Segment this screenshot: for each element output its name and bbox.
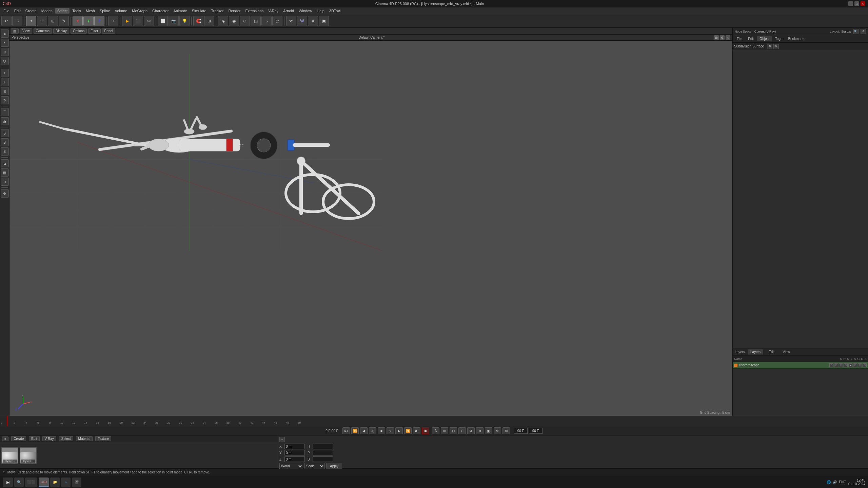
viewport-display-button[interactable]: Display <box>53 28 69 34</box>
sidebar-polygon-mode[interactable]: ⬡ <box>1 57 9 65</box>
material-swatch-1[interactable]: Hyster... <box>20 447 37 464</box>
layers-edit-tab[interactable]: Edit <box>766 349 777 354</box>
sidebar-rotate[interactable]: ↻ <box>1 96 9 104</box>
view-menu-button[interactable]: ▤ <box>11 28 19 34</box>
render-button[interactable]: ▶ <box>122 16 132 26</box>
add-object-button[interactable]: + <box>108 16 118 26</box>
material-swatch-0[interactable]: Hyster... <box>1 447 18 464</box>
move-button[interactable]: ✛ <box>37 16 47 26</box>
search-icon-btn[interactable]: 🔍 <box>853 29 859 34</box>
maximize-button[interactable]: □ <box>854 1 859 6</box>
sidebar-point-mode[interactable]: • <box>1 39 9 47</box>
y-pos-input[interactable] <box>284 450 305 455</box>
viewport-options-button[interactable]: Options <box>71 28 87 34</box>
pb-extra-3[interactable]: ⊙ <box>458 427 466 434</box>
layer-icon-1[interactable]: □ <box>829 363 833 367</box>
menu-item-spline[interactable]: Spline <box>98 8 112 14</box>
y-axis-button[interactable]: Y <box>83 16 94 26</box>
menu-item-3dtoai[interactable]: 3DToAI <box>327 8 343 14</box>
taskbar-taskview[interactable]: ⬛⬛ <box>25 477 37 487</box>
redo-button[interactable]: ↪ <box>12 16 22 26</box>
layer-icon-7[interactable]: □ <box>858 363 862 367</box>
tool-b[interactable]: ◉ <box>229 16 239 26</box>
viewport[interactable]: ▤ View Cameras Display Options Filter Pa… <box>9 28 732 416</box>
layers-view-tab[interactable]: View <box>780 349 793 354</box>
pb-extra-4[interactable]: ⚙ <box>467 427 475 434</box>
sidebar-tool1[interactable]: ⊿ <box>1 159 9 167</box>
mat-select-btn[interactable]: Select <box>59 436 73 441</box>
viewport-maximize-button[interactable]: ⊞ <box>714 35 719 40</box>
p-input[interactable] <box>313 450 333 455</box>
menu-item-edit[interactable]: Edit <box>12 8 23 14</box>
rotate-button[interactable]: ↻ <box>59 16 69 26</box>
layers-tab[interactable]: Layers <box>748 349 763 354</box>
sidebar-sculpt[interactable]: ◑ <box>1 117 9 125</box>
pb-extra-2[interactable]: ⊟ <box>450 427 457 434</box>
render-settings-button[interactable]: ⚙ <box>144 16 154 26</box>
render-region-button[interactable]: ⬛ <box>133 16 143 26</box>
settings-icon-btn[interactable]: ⚙ <box>861 29 866 34</box>
auto-key-button[interactable]: A <box>432 427 439 434</box>
tool-c[interactable]: ⊙ <box>240 16 250 26</box>
end-frame-input[interactable] <box>529 428 542 434</box>
menu-item-extensions[interactable]: Extensions <box>243 8 265 14</box>
subdiv-button[interactable]: ▣ <box>319 16 329 26</box>
sidebar-edge-mode[interactable]: ⊟ <box>1 48 9 56</box>
pb-extra-6[interactable]: ▣ <box>485 427 492 434</box>
menu-item-select[interactable]: Select <box>55 8 70 14</box>
prev-key-button[interactable]: ⏪ <box>351 427 359 434</box>
sidebar-tool4[interactable]: ⚙ <box>1 189 9 198</box>
b-input[interactable] <box>313 456 333 462</box>
pb-extra-1[interactable]: ⊞ <box>441 427 448 434</box>
layer-icon-4[interactable]: □ <box>844 363 848 367</box>
close-button[interactable]: ✕ <box>861 1 865 6</box>
grid-button[interactable]: ⊞ <box>204 16 214 26</box>
sidebar-s1[interactable]: S <box>1 129 9 137</box>
live-select-button[interactable]: ✦ <box>26 16 36 26</box>
taskbar-media[interactable]: 🎬 <box>72 477 81 487</box>
sidebar-move[interactable]: ✛ <box>1 78 9 86</box>
subdiv-icon-b[interactable]: ✕ <box>773 44 779 49</box>
menu-item-volume[interactable]: Volume <box>113 8 130 14</box>
apply-button[interactable]: Apply <box>326 463 342 469</box>
menu-item-arnold[interactable]: Arnold <box>281 8 296 14</box>
menu-item-help[interactable]: Help <box>315 8 327 14</box>
mat-material-btn[interactable]: Material <box>76 436 93 441</box>
pb-extra-5[interactable]: ⊗ <box>476 427 484 434</box>
view-button[interactable]: 👁 <box>286 16 296 26</box>
step-forward-button[interactable]: ▷ <box>387 427 394 434</box>
mat-edit-btn[interactable]: Edit <box>29 436 39 441</box>
world-mode-select[interactable]: World <box>279 463 303 469</box>
menu-item-tracker[interactable]: Tracker <box>209 8 226 14</box>
sidebar-scale[interactable]: ⊞ <box>1 87 9 95</box>
undo-button[interactable]: ↩ <box>1 16 12 26</box>
x-pos-input[interactable] <box>284 444 305 449</box>
pb-extra-7[interactable]: ↺ <box>494 427 501 434</box>
menu-item-mesh[interactable]: Mesh <box>84 8 97 14</box>
current-frame-input[interactable] <box>514 428 528 434</box>
scale-mode-select[interactable]: Scale <box>304 463 325 469</box>
layer-icon-3[interactable]: □ <box>839 363 843 367</box>
pb-extra-8[interactable]: ⊞ <box>502 427 510 434</box>
sidebar-live-select[interactable]: ✦ <box>1 69 9 77</box>
boole-button[interactable]: ⊗ <box>308 16 318 26</box>
sidebar-spline[interactable]: ⌒ <box>1 108 9 116</box>
taskbar-chrome[interactable]: ○ <box>61 477 71 487</box>
snap-button[interactable]: 🧲 <box>193 16 203 26</box>
taskbar-explorer[interactable]: 📁 <box>50 477 60 487</box>
subdiv-icon-a[interactable]: ⚙ <box>767 44 772 49</box>
sidebar-tool3[interactable]: ⊙ <box>1 178 9 186</box>
minimize-button[interactable]: — <box>848 1 853 6</box>
record-button[interactable]: ⏺ <box>422 427 429 434</box>
layer-icon-8[interactable]: □ <box>863 363 867 367</box>
viewport-cameras-button[interactable]: Cameras <box>34 28 52 34</box>
tool-f[interactable]: ◎ <box>272 16 282 26</box>
sidebar-tool2[interactable]: ▤ <box>1 168 9 177</box>
layer-icon-2[interactable]: □ <box>834 363 838 367</box>
world-button[interactable]: W <box>297 16 307 26</box>
play-reverse-button[interactable]: ◀ <box>360 427 368 434</box>
stop-button[interactable]: ■ <box>378 427 385 434</box>
layer-row-hysteroscope[interactable]: Hysteroscope □ □ □ □ ▶ □ □ □ <box>733 362 868 369</box>
layer-icon-5[interactable]: ▶ <box>848 363 852 367</box>
scale-button[interactable]: ⊞ <box>48 16 58 26</box>
